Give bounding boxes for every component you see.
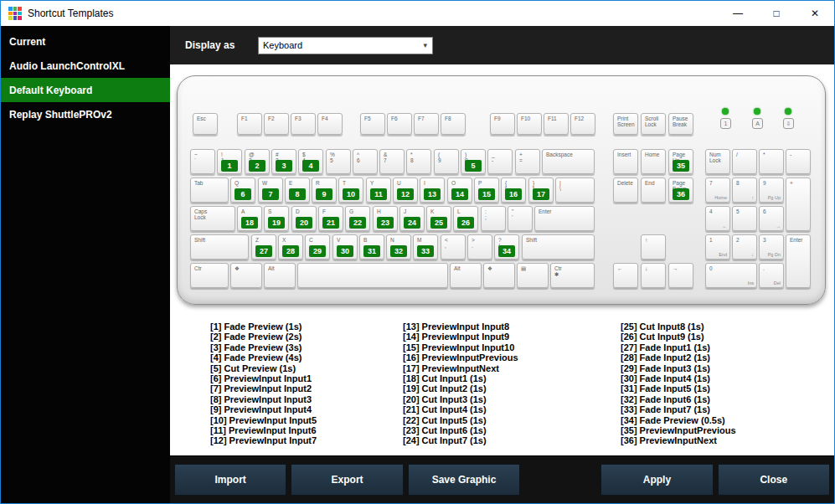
sidebar-item[interactable]: Default Keyboard — [1, 78, 170, 102]
keyboard-key: Page Up35 — [668, 149, 693, 174]
shortcut-item: [7] PreviewInput Input2 — [210, 383, 317, 393]
maximize-button[interactable]: □ — [757, 1, 796, 26]
sidebar-item[interactable]: Replay ShuttlePROv2 — [1, 102, 170, 126]
keyboard-key: Num Lock — [705, 149, 730, 174]
keyboard-key: L26 — [453, 206, 478, 231]
keyboard-key: F4 — [317, 113, 343, 135]
export-button[interactable]: Export — [291, 464, 403, 496]
keyboard-key: " ' — [508, 206, 533, 231]
shortcut-item: [13] PreviewInput Input8 — [403, 321, 518, 332]
keyboard-key: Alt — [264, 263, 296, 288]
sidebar-item[interactable]: Current — [1, 29, 170, 54]
minimize-button[interactable]: — — [719, 1, 757, 26]
shortcut-number-badge: 2 — [249, 160, 265, 172]
led-indicator — [754, 108, 760, 115]
shortcut-list: [13] PreviewInput Input8[14] PreviewInpu… — [403, 321, 518, 446]
display-as-value: Keyboard — [263, 40, 302, 50]
keyboard-key — [297, 263, 448, 288]
keyboard-key: Esc — [193, 113, 218, 135]
keyboard-key: Q6 — [230, 177, 255, 203]
keyboard-key: G22 — [345, 206, 370, 231]
main-panel: Display as Keyboard ▾ EscF1F2F3F4F5F6F7F… — [170, 26, 834, 503]
display-as-dropdown[interactable]: Keyboard ▾ — [258, 37, 433, 54]
keyboard-key: 3Pg Dn — [759, 234, 784, 260]
shortcut-item: [35] PreviewInputPrevious — [621, 425, 736, 435]
keyboard-key: < , — [441, 234, 466, 260]
shortcut-list: [25] Cut Input8 (1s)[26] Cut Input9 (1s)… — [621, 321, 736, 446]
keyboard-key: 9Pg Up — [759, 177, 784, 203]
keyboard-key: Shift — [522, 234, 595, 260]
shortcut-number-badge: 15 — [478, 188, 495, 200]
keyboard-key: Ctr — [190, 263, 229, 288]
led-indicator — [722, 108, 729, 115]
shortcut-number-badge: 21 — [322, 217, 339, 229]
shortcut-number-badge: 22 — [349, 217, 366, 229]
close-icon[interactable]: ✕ — [796, 1, 834, 26]
shortcut-item: [28] Fade Input2 (1s) — [621, 352, 736, 363]
shortcut-number-badge: 28 — [282, 245, 299, 257]
keyboard-key: B31 — [359, 234, 384, 260]
keyboard-key: Pause Break — [668, 113, 693, 135]
keyboard-key: 4← — [705, 206, 730, 231]
shortcut-number-badge: 29 — [309, 245, 326, 257]
shortcut-number-badge: 30 — [337, 245, 353, 257]
keyboard-key: P15 — [474, 177, 499, 203]
keyboard-key: F9 — [490, 113, 515, 135]
shortcut-item: [25] Cut Input8 (1s) — [621, 321, 736, 332]
shortcut-item: [24] Cut Input7 (1s) — [403, 435, 518, 445]
keyboard-key: Print Screen — [613, 113, 638, 135]
keyboard-key: _ - — [487, 149, 513, 174]
shortcut-templates-window: Shortcut Templates — □ ✕ CurrentAudio La… — [0, 0, 835, 504]
shortcut-number-badge: 32 — [390, 245, 407, 257]
shortcut-number-badge: 3 — [276, 160, 292, 172]
keyboard-key: { [16 — [501, 177, 526, 203]
shortcut-number-badge: 34 — [498, 245, 515, 257]
keyboard-key: : ; — [481, 206, 506, 231]
shortcut-number-badge: 7 — [262, 188, 279, 200]
shortcut-number-badge: 27 — [255, 245, 272, 257]
keyboard-key: * 8 — [406, 149, 431, 174]
apply-button[interactable]: Apply — [600, 464, 713, 496]
sidebar: CurrentAudio LaunchControlXLDefault Keyb… — [1, 26, 170, 503]
shortcut-number-badge: 24 — [404, 217, 420, 229]
keyboard-key: ↑ — [641, 234, 666, 260]
keyboard-key: End — [641, 177, 666, 203]
keyboard-key: # 33 — [271, 149, 296, 174]
keyboard-key: 0Ins — [705, 263, 757, 288]
shortcut-number-badge: 13 — [424, 188, 441, 200]
keyboard-key: % 5 — [326, 149, 351, 174]
keyboard-key: O14 — [447, 177, 472, 203]
shortcut-item: [17] PreviewInputNext — [403, 363, 518, 373]
keyboard-key: Y11 — [366, 177, 391, 203]
keyboard-key: 7Home — [705, 177, 730, 203]
shortcut-number-badge: 25 — [430, 217, 447, 229]
keyboard-key: ← — [613, 263, 638, 288]
keyboard-key: | \ — [555, 177, 595, 203]
keyboard-key: Ctr ✱ — [550, 263, 595, 288]
shortcut-item: [8] PreviewInput Input3 — [210, 394, 317, 404]
keyboard-key: Insert — [613, 149, 638, 174]
shortcut-item: [14] PreviewInput Input9 — [403, 332, 518, 342]
import-button[interactable]: Import — [174, 464, 286, 496]
shortcut-number-badge: 17 — [533, 188, 549, 200]
keyboard-key: F5 — [360, 113, 385, 135]
sidebar-item[interactable]: Audio LaunchControlXL — [1, 54, 170, 78]
shortcut-number-badge: 20 — [296, 217, 312, 229]
shortcut-number-badge: 11 — [370, 188, 387, 200]
keyboard-key: F2 — [264, 113, 289, 135]
window-title: Shortcut Templates — [28, 8, 114, 19]
window-body: CurrentAudio LaunchControlXLDefault Keyb… — [1, 26, 834, 503]
keyboard-key: H23 — [373, 206, 398, 231]
close-button[interactable]: Close — [718, 464, 830, 496]
shortcut-item: [32] Fade Input6 (1s) — [621, 394, 736, 404]
app-logo-icon — [8, 7, 22, 20]
shortcut-item: [16] PreviewInputPrevious — [403, 352, 518, 363]
keyboard-key: D20 — [291, 206, 317, 231]
shortcut-item: [36] PreviewInputNext — [621, 435, 736, 445]
keyboard-key: Z27 — [251, 234, 276, 260]
shortcut-item: [20] Cut Input3 (1s) — [403, 394, 518, 404]
shortcut-item: [30] Fade Input4 (1s) — [621, 373, 736, 383]
keyboard-key: Enter — [786, 234, 811, 288]
keyboard-key: Scroll Lock — [641, 113, 666, 135]
save-graphic-button[interactable]: Save Graphic — [408, 464, 520, 496]
